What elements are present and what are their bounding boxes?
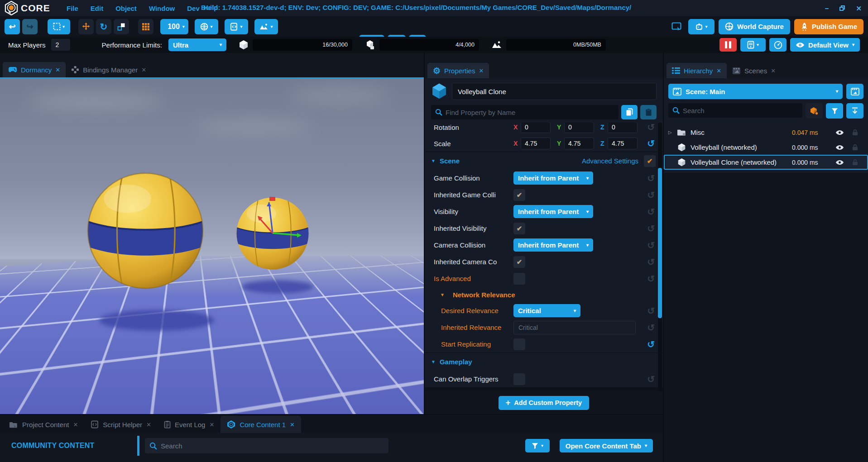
- scale-tool-button[interactable]: [114, 19, 129, 34]
- selection-mode-button[interactable]: ▾: [48, 19, 70, 34]
- default-view-dropdown[interactable]: Default View ▾: [790, 38, 860, 52]
- start-replicating-checkbox[interactable]: [513, 338, 525, 350]
- desired-relevance-dropdown[interactable]: Critical▾: [513, 304, 580, 317]
- reset-icon[interactable]: ↺: [647, 340, 655, 349]
- hierarchy-search-field[interactable]: [668, 103, 802, 118]
- minimize-icon[interactable]: −: [825, 5, 829, 12]
- can-overlap-triggers-checkbox[interactable]: [513, 373, 525, 385]
- open-core-content-tab-button[interactable]: Open Core Content Tab ▾: [560, 439, 653, 452]
- menu-window[interactable]: Window: [149, 5, 175, 12]
- reset-icon[interactable]: ↺: [647, 306, 655, 315]
- object-name-input[interactable]: [452, 83, 657, 100]
- hierarchy-empty-area[interactable]: [664, 173, 868, 462]
- tree-row-volleyball[interactable]: Volleyball (networked) 0.000 ms: [664, 140, 868, 155]
- tab-project-content[interactable]: Project Content ✕: [3, 416, 84, 433]
- inherited-game-collision-checkbox[interactable]: ✔: [513, 189, 525, 201]
- close-icon[interactable]: ✕: [146, 421, 151, 428]
- is-advanced-checkbox[interactable]: [513, 273, 525, 285]
- tab-properties[interactable]: ⚙ Properties ✕: [427, 63, 489, 78]
- close-icon[interactable]: ✕: [73, 421, 78, 428]
- visibility-eye-icon[interactable]: [832, 160, 847, 165]
- content-search-field[interactable]: [145, 438, 388, 453]
- visibility-eye-icon[interactable]: [832, 145, 847, 150]
- rotation-y-field[interactable]: 0: [564, 123, 594, 133]
- server-view-dropdown[interactable]: ▾: [740, 38, 766, 52]
- world-capture-button[interactable]: World Capture: [719, 19, 790, 34]
- restore-icon[interactable]: [839, 5, 845, 11]
- close-icon[interactable]: ✕: [55, 67, 60, 73]
- performance-gauge-button[interactable]: [769, 38, 786, 52]
- menu-edit[interactable]: Edit: [91, 5, 103, 12]
- grid-size-dropdown[interactable]: 100 ▾: [160, 19, 188, 34]
- scale-y-field[interactable]: 4.75: [564, 138, 594, 149]
- inherited-camera-collision-checkbox[interactable]: ✔: [513, 256, 525, 268]
- lock-icon[interactable]: [847, 159, 863, 166]
- undo-button[interactable]: ↩: [5, 19, 20, 34]
- tab-scenes[interactable]: Scenes ✕: [727, 63, 781, 78]
- properties-scrollbar-thumb[interactable]: [658, 168, 662, 318]
- reset-icon[interactable]: ↺: [647, 241, 655, 250]
- content-search-input[interactable]: [161, 442, 384, 450]
- copy-properties-button[interactable]: [621, 105, 638, 119]
- tab-script-helper[interactable]: Script Helper ✕: [84, 416, 158, 433]
- scale-x-field[interactable]: 4.75: [521, 138, 551, 149]
- 3d-viewport[interactable]: [0, 78, 424, 414]
- close-icon[interactable]: ✕: [716, 67, 721, 74]
- reset-icon[interactable]: ↺: [647, 139, 655, 148]
- tree-row-volleyball-clone[interactable]: Volleyball Clone (networked) 0.000 ms: [664, 155, 868, 170]
- add-custom-property-button[interactable]: + Add Custom Property: [499, 396, 589, 410]
- scene-selector-dropdown[interactable]: Scene: Main ▾: [668, 84, 843, 99]
- tab-event-log[interactable]: Event Log ✕: [158, 416, 221, 433]
- expand-arrow-icon[interactable]: ▷: [668, 130, 676, 135]
- transform-gizmo[interactable]: [244, 194, 312, 244]
- world-settings-dropdown[interactable]: ▾: [195, 19, 218, 34]
- close-icon[interactable]: ✕: [479, 67, 484, 74]
- rotation-x-field[interactable]: 0: [521, 123, 551, 133]
- menu-file[interactable]: File: [67, 5, 78, 12]
- reset-icon[interactable]: ↺: [647, 375, 655, 384]
- reset-icon[interactable]: ↺: [647, 224, 655, 233]
- advanced-settings-link[interactable]: Advanced Settings: [582, 157, 638, 165]
- close-icon[interactable]: ✕: [856, 5, 862, 12]
- reset-icon[interactable]: ↺: [647, 323, 655, 332]
- reset-icon[interactable]: ↺: [647, 274, 655, 283]
- paste-properties-button[interactable]: [640, 105, 657, 119]
- tab-dormancy[interactable]: Dormancy ✕: [3, 62, 66, 77]
- section-network-relevance[interactable]: ▼ Network Relevance: [425, 287, 663, 302]
- advanced-settings-checkbox[interactable]: ✔: [644, 155, 656, 167]
- close-icon[interactable]: ✕: [209, 421, 214, 428]
- rotation-z-field[interactable]: 0: [608, 123, 638, 133]
- rotate-tool-button[interactable]: ↻: [96, 19, 111, 34]
- visibility-eye-icon[interactable]: [832, 130, 847, 135]
- script-dropdown[interactable]: ▾: [225, 19, 248, 34]
- reset-icon[interactable]: ↺: [647, 207, 655, 216]
- property-search-field[interactable]: [431, 105, 619, 119]
- move-tool-button[interactable]: [78, 19, 94, 34]
- scale-z-field[interactable]: 4.75: [608, 138, 638, 149]
- filter-button[interactable]: [826, 103, 843, 119]
- visibility-dropdown[interactable]: Inherit from Parent▾: [513, 205, 593, 218]
- close-icon[interactable]: ✕: [290, 421, 295, 428]
- reset-icon[interactable]: ↺: [647, 191, 655, 200]
- close-icon[interactable]: ✕: [141, 67, 146, 73]
- scene-settings-button[interactable]: [846, 84, 863, 99]
- lock-icon[interactable]: [847, 144, 863, 151]
- stop-simulation-button[interactable]: [719, 38, 737, 52]
- close-icon[interactable]: ✕: [771, 67, 776, 74]
- networked-filter-button[interactable]: [806, 103, 823, 119]
- menu-dev[interactable]: Dev: [187, 5, 200, 12]
- camera-collision-dropdown[interactable]: Inherit from Parent▾: [513, 238, 593, 252]
- tab-bindings-manager[interactable]: Bindings Manager ✕: [66, 62, 152, 77]
- section-gameplay[interactable]: ▼ Gameplay: [425, 352, 663, 371]
- max-players-field[interactable]: 2: [51, 39, 70, 51]
- tab-core-content-1[interactable]: Core Content 1 ✕: [221, 416, 301, 433]
- reset-icon[interactable]: ↺: [647, 174, 655, 183]
- performance-limits-dropdown[interactable]: Ultra ▾: [168, 38, 226, 51]
- section-scene[interactable]: ▼ Scene Advanced Settings ✔: [425, 152, 663, 170]
- hierarchy-search-input[interactable]: [683, 107, 798, 114]
- game-collision-dropdown[interactable]: Inherit from Parent▾: [513, 171, 593, 185]
- tab-hierarchy[interactable]: Hierarchy ✕: [667, 63, 727, 78]
- property-search-input[interactable]: [446, 109, 614, 116]
- collapse-all-button[interactable]: [846, 103, 863, 119]
- volleyball-object[interactable]: [86, 171, 205, 290]
